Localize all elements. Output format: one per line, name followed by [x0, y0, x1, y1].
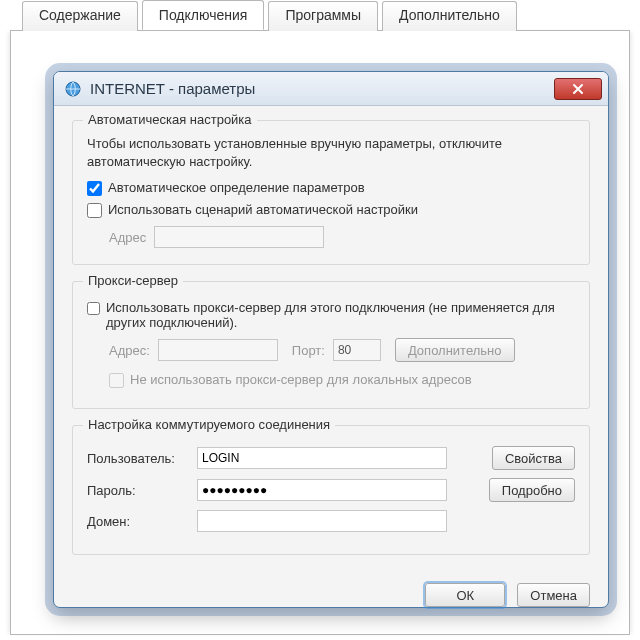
internet-settings-dialog: INTERNET - параметры Автоматическая наст… — [53, 71, 609, 608]
checkbox-auto-detect-input[interactable] — [87, 181, 102, 196]
script-address-row: Адрес — [109, 226, 575, 248]
checkbox-use-script-input[interactable] — [87, 203, 102, 218]
proxy-address-label: Адрес: — [109, 343, 150, 358]
checkbox-auto-detect-label: Автоматическое определение параметров — [108, 180, 365, 195]
group-dialup-legend: Настройка коммутируемого соединения — [83, 417, 335, 432]
proxy-port-label: Порт: — [292, 343, 325, 358]
dialog-title: INTERNET - параметры — [90, 80, 554, 97]
cancel-button[interactable]: Отмена — [517, 583, 590, 607]
dialup-password-row: Пароль: Подробно — [87, 478, 575, 502]
proxy-address-row: Адрес: Порт: Дополнительно — [109, 338, 575, 362]
dialup-properties-button[interactable]: Свойства — [492, 446, 575, 470]
script-address-label: Адрес — [109, 230, 146, 245]
checkbox-use-proxy[interactable]: Использовать прокси-сервер для этого под… — [87, 300, 575, 330]
group-proxy-legend: Прокси-сервер — [83, 273, 183, 288]
checkbox-bypass-local-input — [109, 373, 124, 388]
dialup-password-label: Пароль: — [87, 483, 197, 498]
dialog-footer: ОК Отмена — [54, 571, 608, 607]
tab-panel: INTERNET - параметры Автоматическая наст… — [10, 30, 630, 635]
script-address-input — [154, 226, 324, 248]
tab-advanced[interactable]: Дополнительно — [382, 1, 517, 31]
group-dialup: Настройка коммутируемого соединения Поль… — [72, 425, 590, 555]
dialup-user-input[interactable] — [197, 447, 447, 469]
group-auto-config: Автоматическая настройка Чтобы использов… — [72, 120, 590, 265]
proxy-address-input — [158, 339, 278, 361]
dialup-domain-label: Домен: — [87, 514, 197, 529]
proxy-port-input — [333, 339, 381, 361]
tab-programs[interactable]: Программы — [268, 1, 378, 31]
checkbox-use-proxy-label: Использовать прокси-сервер для этого под… — [106, 300, 575, 330]
dialup-user-row: Пользователь: Свойства — [87, 446, 575, 470]
ok-button[interactable]: ОК — [425, 583, 505, 607]
auto-config-desc: Чтобы использовать установленные вручную… — [87, 135, 575, 170]
checkbox-use-script-label: Использовать сценарий автоматической нас… — [108, 202, 418, 217]
dialup-details-button[interactable]: Подробно — [489, 478, 575, 502]
checkbox-bypass-local-label: Не использовать прокси-сервер для локаль… — [130, 372, 472, 387]
dialup-user-label: Пользователь: — [87, 451, 197, 466]
internet-icon — [64, 80, 82, 98]
tab-connections[interactable]: Подключения — [142, 0, 265, 30]
dialup-domain-input[interactable] — [197, 510, 447, 532]
dialup-password-input[interactable] — [197, 479, 447, 501]
checkbox-use-script[interactable]: Использовать сценарий автоматической нас… — [87, 202, 575, 218]
group-proxy: Прокси-сервер Использовать прокси-сервер… — [72, 281, 590, 409]
checkbox-use-proxy-input[interactable] — [87, 301, 100, 316]
dialog-titlebar: INTERNET - параметры — [54, 72, 608, 106]
close-button[interactable] — [554, 78, 602, 100]
outer-tab-bar: Содержание Подключения Программы Дополни… — [0, 0, 640, 30]
tab-content[interactable]: Содержание — [22, 1, 138, 31]
dialup-domain-row: Домен: — [87, 510, 575, 532]
checkbox-auto-detect[interactable]: Автоматическое определение параметров — [87, 180, 575, 196]
group-auto-config-legend: Автоматическая настройка — [83, 112, 257, 127]
proxy-advanced-button: Дополнительно — [395, 338, 515, 362]
checkbox-bypass-local: Не использовать прокси-сервер для локаль… — [109, 372, 575, 388]
